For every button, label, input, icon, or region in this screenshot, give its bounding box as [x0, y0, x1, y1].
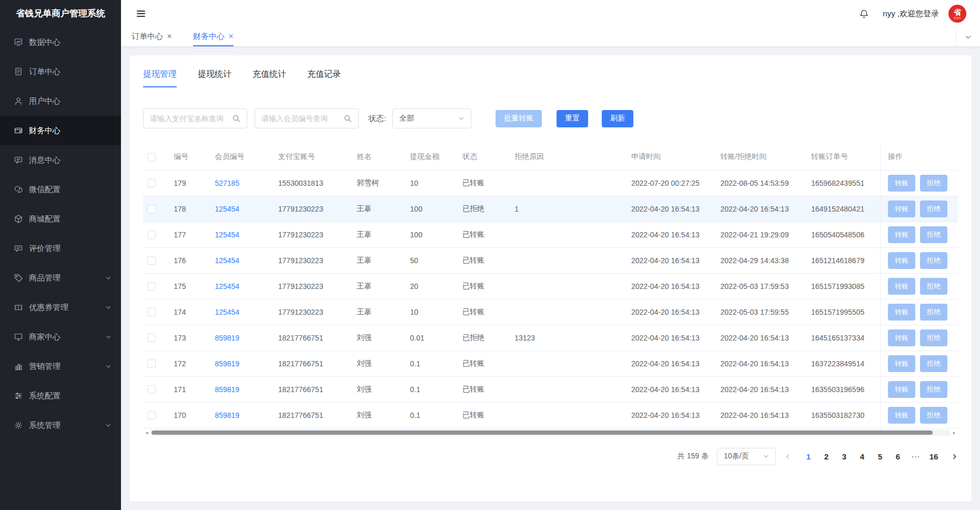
cell-reason: 1 [510, 196, 627, 222]
reject-button[interactable]: 拒绝 [920, 278, 947, 295]
alipay-search-input[interactable] [150, 114, 228, 123]
sidebar-item-mall-config[interactable]: 商城配置 [0, 204, 121, 234]
page-number-4[interactable]: 4 [853, 452, 871, 461]
row-checkbox[interactable] [147, 334, 156, 342]
close-tab-icon[interactable]: ✕ [167, 33, 172, 40]
page-number-6[interactable]: 6 [889, 452, 907, 461]
reject-button[interactable]: 拒绝 [920, 175, 947, 192]
status-select[interactable]: 全部 [392, 108, 471, 128]
sidebar-item-coupon-manage[interactable]: 优惠券管理 [0, 293, 121, 322]
member-id-link[interactable]: 125454 [215, 308, 239, 316]
reject-button[interactable]: 拒绝 [920, 407, 947, 424]
chevron-down-icon [105, 304, 112, 311]
sidebar-item-review-manage[interactable]: 评价管理 [0, 234, 121, 263]
cell-alipay: 18217766751 [274, 325, 352, 351]
sidebar-item-goods-manage[interactable]: 商品管理 [0, 263, 121, 293]
transfer-button[interactable]: 转账 [888, 226, 915, 243]
withdrawals-table: 编号会员编号支付宝账号姓名提现金额状态拒绝原因申请时间转账/拒绝时间转账订单号操… [143, 144, 958, 428]
select-all-checkbox[interactable] [147, 153, 156, 162]
reject-button[interactable]: 拒绝 [920, 355, 947, 372]
sidebar-item-wechat-config[interactable]: 微信配置 [0, 175, 121, 204]
sidebar-item-user-center[interactable]: 用户中心 [0, 86, 121, 116]
page-size-select[interactable]: 10条/页 [717, 448, 776, 465]
prev-page-button[interactable] [784, 453, 791, 460]
scrollbar-track[interactable] [150, 429, 951, 436]
row-checkbox[interactable] [147, 231, 156, 239]
transfer-button[interactable]: 转账 [888, 381, 915, 398]
column-header: 拒绝原因 [510, 144, 627, 170]
content-tab-recharge-stats[interactable]: 充值统计 [252, 69, 286, 87]
reject-button[interactable]: 拒绝 [920, 329, 947, 346]
page-tab-order-center[interactable]: 订单中心✕ [132, 27, 172, 46]
reject-button[interactable]: 拒绝 [920, 381, 947, 398]
status-select-value: 全部 [399, 114, 414, 123]
sidebar-item-merchant-center[interactable]: 商家中心 [0, 322, 121, 352]
page-number-16[interactable]: 16 [925, 452, 943, 461]
member-id-link[interactable]: 859819 [215, 411, 239, 419]
more-pages-icon[interactable]: ··· [907, 452, 925, 461]
page-tab-finance-center[interactable]: 财务中心✕ [193, 27, 234, 46]
sidebar-item-message-center[interactable]: 消息中心 [0, 145, 121, 175]
reset-button[interactable]: 重置 [557, 110, 588, 127]
member-id-link[interactable]: 859819 [215, 359, 239, 368]
member-id-link[interactable]: 125454 [215, 282, 239, 291]
member-search-input[interactable] [261, 114, 339, 123]
row-checkbox[interactable] [147, 359, 156, 368]
member-id-link[interactable]: 859819 [215, 385, 239, 394]
content-tab-withdraw-manage[interactable]: 提现管理 [143, 69, 177, 87]
member-id-link[interactable]: 125454 [215, 231, 239, 239]
row-checkbox[interactable] [147, 308, 156, 316]
sidebar-item-system-config[interactable]: 系统配置 [0, 381, 121, 411]
transfer-button[interactable]: 转账 [888, 175, 915, 192]
content-tab-withdraw-stats[interactable]: 提现统计 [198, 69, 231, 87]
review-manage-icon [14, 244, 23, 253]
row-checkbox[interactable] [147, 256, 156, 265]
content-tab-recharge-records[interactable]: 充值记录 [307, 69, 341, 87]
page-number-2[interactable]: 2 [817, 452, 835, 461]
sidebar-item-finance-center[interactable]: 财务中心 [0, 116, 121, 145]
transfer-button[interactable]: 转账 [888, 201, 915, 217]
transfer-button[interactable]: 转账 [888, 278, 915, 295]
page-number-3[interactable]: 3 [835, 452, 853, 461]
member-id-link[interactable]: 125454 [215, 205, 239, 213]
hamburger-menu-icon[interactable] [136, 8, 146, 19]
member-id-link[interactable]: 859819 [215, 334, 239, 342]
bell-icon[interactable] [859, 9, 869, 19]
sidebar-item-label: 营销管理 [29, 362, 60, 372]
refresh-button[interactable]: 刷新 [602, 110, 633, 127]
transfer-button[interactable]: 转账 [888, 407, 915, 424]
scrollbar-thumb[interactable] [151, 431, 933, 435]
reject-button[interactable]: 拒绝 [920, 226, 947, 243]
scroll-right-icon[interactable]: ▸ [951, 430, 958, 435]
avatar[interactable]: 省 SQX [948, 5, 966, 23]
data-center-icon [14, 37, 23, 47]
close-tab-icon[interactable]: ✕ [228, 33, 234, 40]
member-id-link[interactable]: 527185 [215, 179, 239, 187]
scroll-left-icon[interactable]: ◂ [143, 430, 150, 435]
sidebar-item-system-manage[interactable]: 系统管理 [0, 411, 121, 440]
page-number-5[interactable]: 5 [871, 452, 889, 461]
member-id-link[interactable]: 125454 [215, 256, 239, 265]
sidebar-item-marketing-manage[interactable]: 营销管理 [0, 352, 121, 381]
tabs-dropdown-button[interactable] [956, 27, 980, 46]
page-number-1[interactable]: 1 [800, 452, 817, 461]
sidebar-item-data-center[interactable]: 数据中心 [0, 27, 121, 57]
reject-button[interactable]: 拒绝 [920, 252, 947, 269]
transfer-button[interactable]: 转账 [888, 252, 915, 269]
reject-button[interactable]: 拒绝 [920, 201, 947, 217]
transfer-button[interactable]: 转账 [888, 329, 915, 346]
row-checkbox[interactable] [147, 205, 156, 213]
transfer-button[interactable]: 转账 [888, 355, 915, 372]
row-checkbox[interactable] [147, 385, 156, 394]
batch-transfer-button[interactable]: 批量转账 [496, 110, 542, 127]
row-checkbox[interactable] [147, 282, 156, 291]
topbar-right: nyy ,欢迎您登录 省 SQX [859, 5, 966, 23]
next-page-button[interactable] [951, 453, 958, 460]
row-checkbox[interactable] [147, 411, 156, 419]
transfer-button[interactable]: 转账 [888, 304, 915, 321]
reject-button[interactable]: 拒绝 [920, 304, 947, 321]
row-checkbox[interactable] [147, 179, 156, 187]
sidebar-item-order-center[interactable]: 订单中心 [0, 57, 121, 86]
cell-transfer-time: 2022-04-21 19:29:09 [716, 222, 807, 247]
horizontal-scrollbar[interactable]: ◂ ▸ [143, 429, 958, 436]
